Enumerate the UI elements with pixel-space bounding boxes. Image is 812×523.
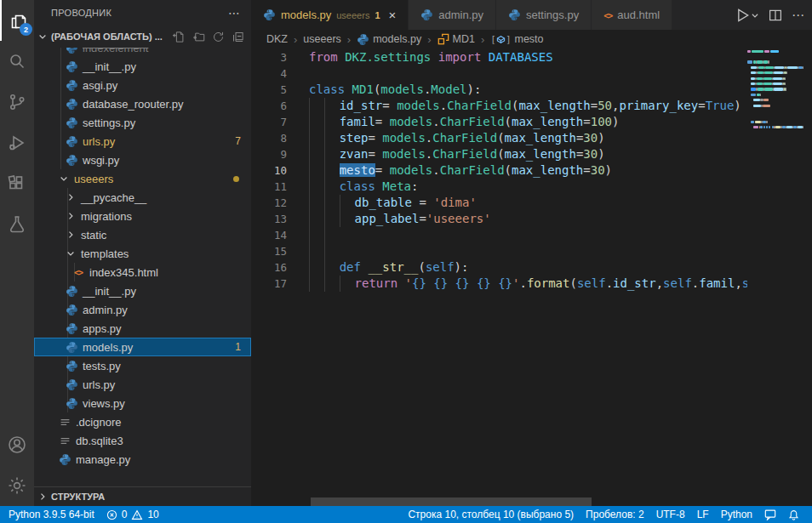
breadcrumb: DKZ›useeers›models.py›MD1›[]mesto <box>251 30 812 48</box>
tree-item-views.py[interactable]: views.py <box>34 394 251 412</box>
line-content: step= models.CharField(max_length=30) <box>309 130 747 146</box>
error-count: 0 <box>122 509 128 520</box>
code-line-3: 3from DKZ.settings import DATABASES <box>251 49 747 65</box>
line-content: class MD1(models.Model): <box>309 82 747 98</box>
tree-item-useeers[interactable]: useeers <box>34 169 251 188</box>
tree-item-models.py[interactable]: models.py1 <box>34 338 251 356</box>
indent-guide <box>324 98 340 114</box>
status-problems[interactable]: 010 <box>100 506 165 523</box>
status-notifications[interactable] <box>782 506 805 523</box>
activity-settings-button[interactable] <box>0 465 34 506</box>
breadcrumb-models.py[interactable]: models.py <box>357 33 421 46</box>
chevron-right-icon: › <box>481 33 484 46</box>
tab-models.py[interactable]: models.pyuseeers1× <box>251 0 409 30</box>
line-content: zvan= models.CharField(max_length=30) <box>309 146 747 162</box>
breadcrumb-MD1[interactable]: MD1 <box>437 33 475 45</box>
activity-run-debug-button[interactable] <box>0 122 34 163</box>
code-line-7: 7famil= models.CharField(max_length=100) <box>251 114 747 130</box>
indent-guide <box>324 195 340 211</box>
code-line-5: 5class MD1(models.Model): <box>251 82 747 98</box>
chevron-right-icon: › <box>294 33 297 46</box>
tree-item-urls.py[interactable]: urls.py <box>34 375 251 394</box>
error-icon <box>106 509 117 520</box>
tree-item-asgi.py[interactable]: asgi.py <box>34 76 251 94</box>
activity-extensions-button[interactable] <box>0 163 34 204</box>
tree-item-__init__.py[interactable]: __init__.py <box>34 57 251 76</box>
code-line-10: 10mesto= models.CharField(max_length=30) <box>251 162 747 179</box>
split-button[interactable] <box>768 8 783 23</box>
field-symbol-icon: [] <box>490 34 511 45</box>
tree-item-admin.py[interactable]: admin.py <box>34 300 251 319</box>
tree-item-templates[interactable]: templates <box>34 244 251 263</box>
breadcrumb-useeers[interactable]: useeers <box>303 33 340 45</box>
tree-item-migrations[interactable]: migrations <box>34 207 251 225</box>
tree-item-manage.py[interactable]: manage.py <box>34 450 251 469</box>
status-encoding[interactable]: UTF-8 <box>650 506 691 523</box>
run-button[interactable] <box>734 7 759 24</box>
status-label: Пробелов: 2 <box>586 509 644 520</box>
status-python-version[interactable]: Python 3.9.5 64-bit <box>0 506 100 523</box>
tree-item-database_roouter.py[interactable]: database_roouter.py <box>34 94 251 113</box>
tree-item-db.sqlite3[interactable]: db.sqlite3 <box>34 431 251 450</box>
tree-item-index345.html[interactable]: <>index345.html <box>34 263 251 281</box>
tree-item-label: models.py <box>83 341 133 354</box>
status-indentation[interactable]: Пробелов: 2 <box>580 506 650 523</box>
activity-search-button[interactable] <box>0 41 34 82</box>
status-feedback[interactable] <box>758 506 782 523</box>
indent-guide <box>324 211 340 227</box>
tree-item-tests.py[interactable]: tests.py <box>34 356 251 375</box>
tree-item-wsgi.py[interactable]: wsgi.py <box>34 151 251 169</box>
indent-guide <box>324 227 340 243</box>
tab-aud.html[interactable]: <>aud.html <box>592 0 672 30</box>
tab-description: useeers <box>336 10 369 20</box>
tree-item-.dcignore[interactable]: .dcignore <box>34 412 251 431</box>
activity-testing-button[interactable] <box>0 204 34 245</box>
status-eol[interactable]: LF <box>691 506 715 523</box>
refresh-icon[interactable] <box>212 31 225 43</box>
tab-admin.py[interactable]: admin.py <box>409 0 496 30</box>
tree-item-static[interactable]: static <box>34 225 251 244</box>
status-cursor-position[interactable]: Строка 10, столбец 10 (выбрано 5) <box>402 506 580 523</box>
problems-badge: 7 <box>235 135 241 147</box>
indent-guide <box>309 114 324 130</box>
file-tree: indexelement__init__.pyasgi.pydatabase_r… <box>34 48 251 469</box>
line-content: app_label='useeers' <box>309 211 747 227</box>
tree-item-settings.py[interactable]: settings.py <box>34 113 251 132</box>
code-line-17: 17return '{} {} {} {} {}'.format(self.id… <box>251 276 747 292</box>
indent-guide <box>324 146 340 162</box>
activity-source-control-button[interactable] <box>0 82 34 122</box>
minimap[interactable] <box>747 48 803 168</box>
py-file-icon <box>420 9 433 21</box>
new-file-icon[interactable] <box>173 31 186 43</box>
tree-item-urls.py[interactable]: urls.py7 <box>34 132 251 151</box>
tree-item-apps.py[interactable]: apps.py <box>34 319 251 338</box>
tree-item-__init__.py[interactable]: __init__.py <box>34 281 251 300</box>
code-editor[interactable]: 3from DKZ.settings import DATABASES45cla… <box>251 48 747 506</box>
breadcrumb-DKZ[interactable]: DKZ <box>266 33 288 45</box>
bell-icon <box>788 509 799 520</box>
tab-bar: models.pyuseeers1×admin.pysettings.py<>a… <box>251 0 812 30</box>
collapse-all-icon[interactable] <box>232 31 244 43</box>
py-file-icon <box>65 154 78 167</box>
breadcrumb-mesto[interactable]: []mesto <box>490 33 543 45</box>
more-actions-icon[interactable]: ⋯ <box>792 8 805 23</box>
tree-item-__pycache__[interactable]: __pycache__ <box>34 188 251 207</box>
line-content: class Meta: <box>309 179 747 195</box>
indent-guide <box>309 130 324 146</box>
activity-explorer-button[interactable]: 2 <box>0 0 36 41</box>
activity-account-button[interactable] <box>0 424 34 465</box>
py-file-icon <box>65 98 78 111</box>
line-content: def __str__(self): <box>309 259 747 276</box>
horizontal-scrollbar[interactable] <box>311 497 592 506</box>
status-label: Python 3.9.5 64-bit <box>9 509 94 520</box>
explorer-more-actions-icon[interactable]: ⋯ <box>228 6 241 20</box>
tree-item-indexelement[interactable]: indexelement <box>34 48 251 57</box>
workspace-section-header[interactable]: (РАБОЧАЯ ОБЛАСТЬ) ... <box>34 26 251 48</box>
line-number: 10 <box>251 162 287 179</box>
close-icon[interactable]: × <box>389 9 397 21</box>
outline-section-header[interactable]: СТРУКТУРА <box>34 486 251 506</box>
tab-settings.py[interactable]: settings.py <box>496 0 592 30</box>
tree-item-label: .dcignore <box>76 416 121 429</box>
status-language[interactable]: Python <box>715 506 758 523</box>
new-folder-icon[interactable] <box>192 31 205 43</box>
